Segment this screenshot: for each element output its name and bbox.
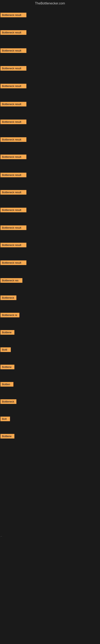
bottleneck-row-15[interactable]: Bottleneck result bbox=[0, 260, 26, 266]
bottleneck-badge-12[interactable]: Bottleneck result bbox=[0, 208, 26, 212]
bottleneck-badge-25[interactable]: Bottlene bbox=[0, 434, 14, 438]
bottleneck-row-8[interactable]: Bottleneck result bbox=[0, 137, 26, 143]
bottleneck-row-12[interactable]: Bottleneck result bbox=[0, 208, 26, 213]
bottleneck-badge-4[interactable]: Bottleneck result bbox=[0, 66, 26, 71]
bottleneck-row-19[interactable]: Bottlene bbox=[0, 330, 14, 336]
bottleneck-row-22[interactable]: Bottlen bbox=[0, 382, 13, 388]
bottleneck-row-2[interactable]: Bottleneck result bbox=[0, 30, 26, 36]
bottleneck-row-3[interactable]: Bottleneck result bbox=[0, 48, 26, 54]
bottleneck-badge-1[interactable]: Bottleneck result bbox=[0, 13, 26, 17]
bottleneck-badge-13[interactable]: Bottleneck result bbox=[0, 226, 26, 230]
bottleneck-row-10[interactable]: Bottleneck result bbox=[0, 173, 26, 178]
bottleneck-row-20[interactable]: Bottl bbox=[0, 347, 11, 353]
bottleneck-row-9[interactable]: Bottleneck result bbox=[0, 154, 26, 160]
bottleneck-row-4[interactable]: Bottleneck result bbox=[0, 66, 26, 72]
bottleneck-row-23[interactable]: Bottleneck bbox=[0, 399, 16, 405]
bottleneck-row-24[interactable]: Bott bbox=[0, 416, 10, 422]
bottleneck-badge-19[interactable]: Bottlene bbox=[0, 330, 14, 335]
bottleneck-row-11[interactable]: Bottleneck result bbox=[0, 190, 26, 196]
bottleneck-row-13[interactable]: Bottleneck result bbox=[0, 226, 26, 231]
bottleneck-badge-7[interactable]: Bottleneck result bbox=[0, 120, 26, 124]
bottleneck-badge-9[interactable]: Bottleneck result bbox=[0, 154, 26, 159]
bottleneck-badge-23[interactable]: Bottleneck bbox=[0, 399, 16, 404]
bottleneck-badge-6[interactable]: Bottleneck result bbox=[0, 102, 26, 106]
bottleneck-badge-24[interactable]: Bott bbox=[0, 416, 10, 421]
bottleneck-row-6[interactable]: Bottleneck result bbox=[0, 102, 26, 107]
bottleneck-badge-8[interactable]: Bottleneck result bbox=[0, 137, 26, 142]
bottleneck-row-25[interactable]: Bottlene bbox=[0, 434, 14, 439]
bottleneck-row-16[interactable]: Bottleneck res bbox=[0, 278, 22, 284]
bottleneck-row-5[interactable]: Bottleneck result bbox=[0, 84, 26, 89]
bottleneck-row-1[interactable]: Bottleneck result bbox=[0, 13, 26, 18]
bottleneck-badge-15[interactable]: Bottleneck result bbox=[0, 260, 26, 265]
bottleneck-badge-10[interactable]: Bottleneck result bbox=[0, 173, 26, 177]
bottleneck-badge-14[interactable]: Bottleneck result bbox=[0, 243, 26, 247]
bottleneck-badge-17[interactable]: Bottleneck bbox=[0, 296, 16, 300]
bottleneck-badge-5[interactable]: Bottleneck result bbox=[0, 84, 26, 88]
ellipsis-indicator: ... bbox=[0, 534, 2, 537]
bottleneck-badge-20[interactable]: Bottl bbox=[0, 347, 11, 352]
bottleneck-row-21[interactable]: Bottlene bbox=[0, 365, 14, 370]
bottleneck-row-14[interactable]: Bottleneck result bbox=[0, 243, 26, 248]
bottleneck-badge-22[interactable]: Bottlen bbox=[0, 382, 13, 386]
bottleneck-badge-2[interactable]: Bottleneck result bbox=[0, 30, 26, 35]
site-title: TheBottlenecker.com bbox=[0, 0, 100, 7]
bottleneck-badge-21[interactable]: Bottlene bbox=[0, 365, 14, 369]
bottleneck-row-18[interactable]: Bottleneck re bbox=[0, 313, 19, 318]
bottleneck-badge-18[interactable]: Bottleneck re bbox=[0, 313, 19, 317]
bottleneck-badge-3[interactable]: Bottleneck result bbox=[0, 48, 26, 53]
bottleneck-badge-16[interactable]: Bottleneck res bbox=[0, 278, 22, 283]
bottleneck-row-17[interactable]: Bottleneck bbox=[0, 296, 16, 301]
bottleneck-badge-11[interactable]: Bottleneck result bbox=[0, 190, 26, 194]
site-header: TheBottlenecker.com bbox=[0, 0, 100, 7]
bottleneck-row-7[interactable]: Bottleneck result bbox=[0, 120, 26, 125]
